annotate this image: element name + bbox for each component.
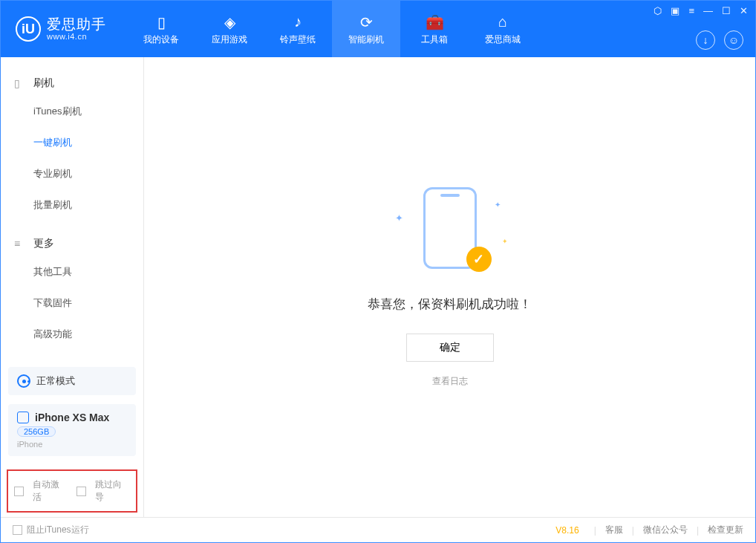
mode-icon: [17, 374, 30, 388]
auto-activate-checkbox[interactable]: [14, 487, 24, 496]
section-title: 更多: [33, 237, 54, 250]
sparkle-icon: ✦: [395, 212, 403, 224]
nav-store[interactable]: ⌂ 爱思商城: [469, 1, 537, 57]
refresh-icon: ⟳: [360, 13, 373, 32]
nav-label: 铃声壁纸: [280, 33, 316, 46]
sidebar-item-batch-flash[interactable]: 批量刷机: [33, 189, 143, 221]
nav-label: 智能刷机: [348, 33, 384, 46]
nav-smart-flash[interactable]: ⟳ 智能刷机: [332, 1, 400, 57]
logo-icon: iU: [16, 16, 41, 42]
success-check-icon: ✓: [466, 247, 492, 272]
section-title: 刷机: [33, 77, 54, 90]
nav-label: 爱思商城: [485, 33, 521, 46]
sidebar-item-other-tools[interactable]: 其他工具: [33, 256, 143, 287]
window-controls: ⬡ ▣ ≡ — ☐ ✕: [654, 5, 748, 16]
skip-guide-label: 跳过向导: [95, 478, 130, 504]
device-storage: 256GB: [17, 426, 56, 437]
version-label: V8.16: [555, 525, 579, 536]
auto-activate-label: 自动激活: [33, 478, 68, 504]
music-icon: ♪: [294, 13, 302, 32]
app-header: iU 爱思助手 www.i4.cn ▯ 我的设备 ◈ 应用游戏 ♪ 铃声壁纸 ⟳…: [1, 1, 755, 57]
block-itunes-label: 阻止iTunes运行: [27, 524, 89, 536]
view-log-link[interactable]: 查看日志: [432, 375, 468, 388]
close-icon[interactable]: ✕: [740, 5, 748, 16]
device-card[interactable]: iPhone XS Max 256GB iPhone: [8, 404, 136, 456]
sidebar-item-download-firmware[interactable]: 下载固件: [33, 287, 143, 319]
sidebar-item-oneclick-flash[interactable]: 一键刷机: [33, 127, 143, 158]
footer-link-support[interactable]: 客服: [605, 524, 623, 536]
nav-label: 我的设备: [143, 33, 179, 46]
success-message: 恭喜您，保资料刷机成功啦！: [368, 296, 532, 313]
device-mode-label: 正常模式: [36, 374, 75, 388]
nav-ringtones[interactable]: ♪ 铃声壁纸: [264, 1, 332, 57]
block-itunes-checkbox[interactable]: [13, 525, 22, 535]
sidebar-section-more: ≡ 更多: [1, 231, 143, 256]
app-url: www.i4.cn: [47, 32, 106, 41]
sidebar: ▯ 刷机 iTunes刷机 一键刷机 专业刷机 批量刷机 ≡ 更多 其他工具 下…: [1, 57, 144, 517]
footer-link-wechat[interactable]: 微信公众号: [643, 524, 688, 536]
status-bar: 阻止iTunes运行 V8.16 | 客服 | 微信公众号 | 检查更新: [1, 517, 755, 542]
footer-link-update[interactable]: 检查更新: [708, 524, 743, 536]
skip-guide-checkbox[interactable]: [76, 487, 86, 496]
nav-label: 工具箱: [421, 33, 448, 46]
phone-small-icon: [17, 412, 29, 423]
nav-my-device[interactable]: ▯ 我的设备: [127, 1, 195, 57]
device-type: iPhone: [17, 440, 42, 449]
ok-button[interactable]: 确定: [406, 334, 494, 362]
options-highlight: 自动激活 跳过向导: [7, 469, 137, 513]
sparkle-icon: ✦: [502, 238, 508, 245]
nav-toolbox[interactable]: 🧰 工具箱: [400, 1, 469, 57]
cube-icon: ◈: [224, 13, 235, 32]
app-logo: iU 爱思助手 www.i4.cn: [16, 16, 106, 42]
main-content: ✦ ✦ ✦ ✓ 恭喜您，保资料刷机成功啦！ 确定 查看日志: [144, 57, 755, 517]
maximize-icon[interactable]: ☐: [722, 5, 731, 16]
sparkle-icon: ✦: [495, 201, 501, 209]
success-illustration: ✦ ✦ ✦ ✓: [398, 187, 502, 276]
nav-tabs: ▯ 我的设备 ◈ 应用游戏 ♪ 铃声壁纸 ⟳ 智能刷机 🧰 工具箱 ⌂ 爱思商城: [127, 1, 537, 57]
toolbox-icon: 🧰: [426, 13, 444, 32]
user-button[interactable]: ☺: [724, 30, 743, 50]
tshirt-icon[interactable]: ⬡: [654, 5, 662, 16]
sidebar-item-advanced[interactable]: 高级功能: [33, 319, 143, 350]
sidebar-item-pro-flash[interactable]: 专业刷机: [33, 158, 143, 189]
minimize-icon[interactable]: —: [703, 5, 713, 16]
shop-icon: ⌂: [498, 13, 507, 32]
settings-icon[interactable]: ▣: [671, 5, 680, 16]
nav-apps-games[interactable]: ◈ 应用游戏: [195, 1, 264, 57]
list-icon: ≡: [14, 238, 26, 250]
menu-icon[interactable]: ≡: [688, 5, 694, 16]
device-mode-card[interactable]: 正常模式: [8, 367, 136, 395]
sidebar-item-itunes-flash[interactable]: iTunes刷机: [33, 96, 143, 127]
device-icon: ▯: [14, 77, 26, 89]
download-button[interactable]: ↓: [696, 30, 715, 50]
sidebar-section-flash: ▯ 刷机: [1, 71, 143, 96]
phone-icon: ▯: [157, 13, 166, 32]
app-name: 爱思助手: [47, 17, 106, 33]
nav-label: 应用游戏: [212, 33, 247, 46]
device-name: iPhone XS Max: [35, 412, 109, 423]
